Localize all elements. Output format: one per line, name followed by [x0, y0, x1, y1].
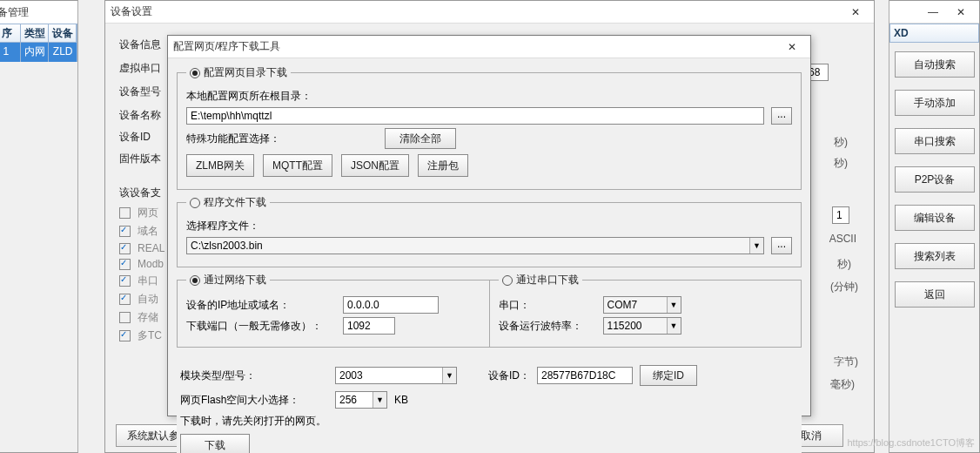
combo-baud[interactable]: 115200▼	[603, 317, 681, 335]
btn-serial-search[interactable]: 串口搜索	[895, 128, 975, 154]
mgmt-grid-row[interactable]: 1 内网 ZLD	[0, 43, 77, 62]
side-panel: ― ✕ XD 自动搜索 手动添加 串口搜索 P2P设备 编辑设备 搜索列表 返回	[889, 0, 980, 453]
close-icon[interactable]: ✕	[948, 3, 974, 22]
btn-search-list[interactable]: 搜索列表	[895, 243, 975, 269]
chk-real[interactable]	[119, 243, 131, 254]
label-port: 下载端口（一般无需修改）：	[186, 319, 326, 334]
col-dev[interactable]: 设备	[49, 24, 77, 42]
unit-sec3: 秒)	[837, 257, 851, 272]
cell-type: 内网	[21, 43, 50, 62]
label-special: 特殊功能配置选择：	[186, 132, 280, 146]
radio-prog-file[interactable]	[190, 198, 200, 208]
chevron-down-icon: ▼	[373, 392, 386, 408]
btn-p2p[interactable]: P2P设备	[895, 166, 975, 193]
combo-com[interactable]: COM7▼	[603, 296, 681, 314]
chevron-down-icon: ▼	[749, 238, 763, 254]
chk-serial[interactable]	[119, 275, 131, 287]
note-close-web: 下载时，请先关闭打开的网页。	[180, 414, 326, 429]
cell-dev: ZLD	[49, 43, 77, 62]
chk-store[interactable]	[119, 312, 131, 323]
chevron-down-icon: ▼	[667, 318, 681, 334]
input-root-dir[interactable]	[186, 107, 764, 125]
close-icon[interactable]: ✕	[779, 37, 805, 57]
field-1[interactable]	[832, 206, 849, 224]
btn-auto-search[interactable]: 自动搜索	[895, 51, 975, 78]
label-baud: 设备运行波特率：	[499, 319, 586, 334]
btn-bind-id[interactable]: 绑定ID	[640, 365, 697, 386]
close-icon[interactable]: ✕	[842, 3, 869, 22]
label-ip: 设备的IP地址或域名：	[186, 298, 326, 313]
label-kb: KB	[394, 394, 408, 406]
btn-zlmb[interactable]: ZLMB网关	[186, 154, 254, 177]
mgmt-grid-header: 序 类型 设备	[0, 24, 77, 43]
label-module-type: 模块类型/型号：	[180, 368, 328, 383]
chk-modb[interactable]	[119, 259, 131, 270]
browse-prog-button[interactable]: ...	[771, 237, 792, 254]
unit-min: (分钟)	[830, 280, 858, 294]
combo-module-type[interactable]: 2003▼	[335, 367, 457, 384]
input-port[interactable]	[343, 317, 395, 335]
label-devid: 设备ID：	[488, 368, 530, 383]
device-mgmt-window: 备管理 序 类型 设备 1 内网 ZLD	[0, 0, 78, 453]
fieldset-serial-dl: 通过串口下载 串口： COM7▼ 设备运行波特率： 115200▼	[489, 273, 802, 348]
radio-web-dir[interactable]	[190, 68, 200, 78]
chk-web[interactable]	[119, 207, 131, 219]
settings-titlebar[interactable]: 设备设置 ✕	[105, 1, 874, 24]
mgmt-title: 备管理	[0, 5, 29, 20]
browse-button[interactable]: ...	[771, 107, 792, 125]
btn-mqtt[interactable]: MQTT配置	[263, 154, 332, 177]
unit-ms: 毫秒)	[830, 377, 855, 392]
radio-net-dl[interactable]	[190, 275, 200, 286]
btn-manual-add[interactable]: 手动添加	[895, 90, 975, 116]
radio-serial-dl[interactable]	[502, 275, 513, 286]
unit-sec2: 秒)	[834, 156, 848, 171]
input-devid[interactable]	[537, 367, 633, 384]
dlg-title: 配置网页/程序下载工具	[173, 39, 280, 54]
combo-flash[interactable]: 256▼	[335, 391, 387, 409]
col-type[interactable]: 类型	[21, 24, 49, 42]
chk-domain[interactable]	[119, 226, 131, 237]
chk-multitc[interactable]	[119, 330, 131, 341]
chevron-down-icon: ▼	[442, 368, 456, 383]
btn-download[interactable]: 下载	[180, 434, 250, 453]
lower-pane: 模块类型/型号： 2003▼ 设备ID： 绑定ID 网页Flash空间大小选择：…	[177, 353, 802, 453]
btn-back[interactable]: 返回	[895, 281, 975, 308]
fieldset-net-dl: 通过网络下载 设备的IP地址或域名： 下载端口（一般无需修改）：	[177, 273, 489, 348]
btn-reg[interactable]: 注册包	[418, 154, 468, 177]
mgmt-titlebar: 备管理	[0, 1, 77, 24]
label-prog-file: 选择程序文件：	[186, 219, 259, 233]
cell-index: 1	[0, 43, 21, 62]
side-titlebar: ― ✕	[889, 1, 979, 24]
unit-bytes: 字节)	[834, 355, 858, 369]
minimize-icon[interactable]: ―	[920, 3, 946, 22]
fieldset-prog-file: 程序文件下载 选择程序文件： C:\zlsn2003.bin▼ ...	[177, 195, 802, 267]
btn-json[interactable]: JSON配置	[341, 154, 409, 177]
col-index[interactable]: 序	[0, 24, 21, 42]
chk-auto[interactable]	[119, 294, 131, 305]
btn-clear-all[interactable]: 清除全部	[385, 128, 456, 149]
settings-title: 设备设置	[111, 4, 152, 19]
btn-edit-dev[interactable]: 编辑设备	[895, 205, 975, 231]
label-flash: 网页Flash空间大小选择：	[180, 393, 328, 408]
download-tool-dialog: 配置网页/程序下载工具 ✕ 配置网页目录下载 本地配置网页所在根目录： ... …	[167, 35, 811, 416]
combo-prog-file[interactable]: C:\zlsn2003.bin▼	[186, 237, 764, 254]
txt-ascii: ASCII	[829, 233, 856, 245]
chevron-down-icon: ▼	[667, 297, 681, 313]
rxd-header: XD	[889, 24, 979, 43]
unit-sec1: 秒)	[834, 135, 848, 150]
watermark: https://blog.csdnote1CTO博客	[847, 436, 975, 450]
input-ip[interactable]	[343, 296, 439, 314]
label-root-dir: 本地配置网页所在根目录：	[186, 89, 312, 104]
dlg-titlebar[interactable]: 配置网页/程序下载工具 ✕	[168, 36, 810, 58]
fieldset-web-dir: 配置网页目录下载 本地配置网页所在根目录： ... 特殊功能配置选择： 清除全部…	[177, 65, 802, 190]
label-com: 串口：	[499, 298, 586, 313]
